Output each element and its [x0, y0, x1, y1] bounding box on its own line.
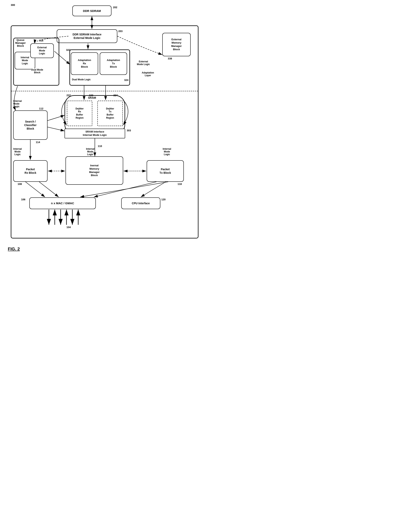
internal-mode-logic-prx-label: InternalModeLogic: [13, 148, 22, 156]
queue-manager-label: QueueManagerBlock: [15, 38, 26, 47]
adaptation-rx-block: Adaptation Rx Block: [71, 52, 98, 75]
ext-mode-logic-label: External Mode Logic: [137, 60, 150, 66]
ddr-interface-block: DDR SDRAM Interface External Mode Logic: [57, 29, 117, 43]
ref-222: 222: [66, 94, 71, 97]
ext-memory-manager-block: External Memory Manager Block: [162, 33, 191, 56]
adaptation-tx-block: Adaptation Tx Block: [100, 52, 127, 75]
ddr-sdram-block: DDR SDRAM: [72, 6, 111, 16]
ref-118: 118: [178, 183, 182, 185]
ref-338: 338: [168, 57, 172, 60]
internal-mode-logic-ptx-label: InternalModeLogic: [163, 148, 171, 156]
packet-rx-block: Packet Rx Block: [13, 160, 48, 182]
packet-tx-block: Packet Tx Block: [147, 160, 184, 182]
sram-interface-block: SRAM Interface Internal Mode Logic: [64, 129, 125, 138]
dual-mode-block-label: Dual ModeBlock: [31, 68, 43, 74]
ref-203: 203: [118, 30, 123, 33]
fig-label: FIG. 2: [8, 246, 20, 252]
ref-114: 114: [36, 141, 40, 144]
ref-202: 202: [113, 6, 117, 9]
ref-106: 106: [21, 198, 25, 201]
dual-mode-logic-label: Dual Mode Logic: [72, 78, 91, 81]
internal-memory-manager-block: Inernal Memory Manager Block: [65, 156, 123, 185]
ref-108: 108: [18, 183, 22, 185]
dashed-divider: [11, 91, 198, 91]
adaptation-layer-label: Adaptation Layer: [142, 71, 154, 77]
ref-112: 112: [39, 107, 43, 110]
ext-mode-logic-qm: External Mode Logic: [30, 43, 54, 58]
search-classifier-block: Search / Classifier Block: [13, 110, 48, 140]
cpu-interface-block: CPU Interface: [121, 197, 160, 209]
ref-110: 110: [98, 145, 102, 148]
ref-224: 224: [114, 94, 118, 97]
ref-300: 300: [11, 4, 15, 7]
internal-mode-logic-label-left: InternalModeLogic: [13, 100, 22, 108]
ref-324: 324: [124, 78, 128, 82]
diagram-container: 300 DDR SDRAM 202 DDR SDRAM Interface Ex…: [0, 0, 210, 254]
ref-316: 316: [39, 39, 43, 42]
ref-104: 104: [66, 226, 71, 229]
ref-120: 120: [161, 198, 166, 201]
internal-mode-logic-center-label: InternalModeLogic: [86, 148, 94, 156]
ref-303: 303: [127, 129, 131, 132]
dejitter-tx-block: Dejitter Tx Buffer Region: [97, 101, 123, 126]
ref-102: 102: [89, 94, 93, 97]
dejitter-rx-block: Dejitter Rx Buffer Region: [67, 101, 92, 126]
mac-gmac-block: n x MAC / GMAC: [29, 197, 96, 209]
